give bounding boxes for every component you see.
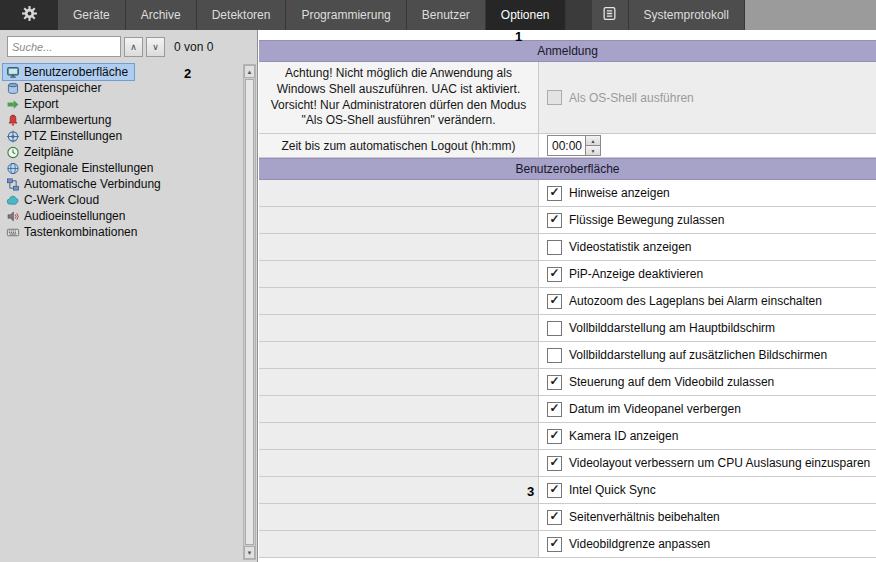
topbar-empty-area xyxy=(745,0,876,30)
options-sidebar: ∧ ∨ 0 von 0 BenutzeroberflächeDatenspeic… xyxy=(0,30,258,562)
tree-item-alarmbewertung[interactable]: Alarmbewertung xyxy=(3,112,117,128)
option-row-left-cell xyxy=(259,288,539,314)
option-row-left-cell xyxy=(259,477,539,503)
settings-gear-button[interactable] xyxy=(0,0,58,30)
tree-item-audioeinstellungen[interactable]: Audioeinstellungen xyxy=(3,208,131,224)
auto-logout-spinbox[interactable]: 00:00 ▲ ▼ xyxy=(547,135,601,156)
tree-item-datenspeicher[interactable]: Datenspeicher xyxy=(3,80,107,96)
alarm-icon xyxy=(6,114,20,127)
tree-item-automatische-verbindung[interactable]: Automatische Verbindung xyxy=(3,176,167,192)
ptz-icon xyxy=(6,130,20,143)
checkbox-kamera-id-anzeigen[interactable] xyxy=(547,429,562,444)
tree-item-ptz-einstellungen[interactable]: PTZ Einstellungen xyxy=(3,128,128,144)
option-row-left-cell xyxy=(259,342,539,368)
option-row-vollbilddarstellung-auf-zusätzlichen-bildschirmen: Vollbilddarstellung auf zusätzlichen Bil… xyxy=(259,342,876,369)
search-result-count: 0 von 0 xyxy=(174,40,213,54)
system-log-icon-button[interactable] xyxy=(592,0,629,30)
tree-item-label: Export xyxy=(24,97,59,111)
option-label: Intel Quick Sync xyxy=(569,483,656,497)
option-row-left-cell xyxy=(259,531,539,557)
auto-logout-value[interactable]: 00:00 xyxy=(548,136,585,155)
option-row-flüssige-bewegung-zulassen: Flüssige Bewegung zulassen xyxy=(259,207,876,234)
topbar: GeräteArchiveDetektorenProgrammierungBen… xyxy=(0,0,876,30)
os-shell-checkbox xyxy=(547,90,562,105)
checkbox-steuerung-auf-dem-videobild-zulassen[interactable] xyxy=(547,375,562,390)
section-header-anmeldung: Anmeldung xyxy=(259,40,876,62)
option-label: Seitenverhältnis beibehalten xyxy=(569,510,720,524)
option-row-left-cell xyxy=(259,396,539,422)
checkbox-flüssige-bewegung-zulassen[interactable] xyxy=(547,213,562,228)
tab-benutzer[interactable]: Benutzer xyxy=(407,0,486,30)
schedule-icon xyxy=(6,146,20,159)
option-row-left-cell xyxy=(259,207,539,233)
option-row-left-cell xyxy=(259,261,539,287)
tree-item-label: Benutzeroberfläche xyxy=(24,65,128,79)
option-label: Datum im Videopanel verbergen xyxy=(569,402,741,416)
tree-item-zeitpläne[interactable]: Zeitpläne xyxy=(3,144,79,160)
tree-item-benutzeroberfläche[interactable]: Benutzeroberfläche xyxy=(3,64,134,80)
option-label: Kamera ID anzeigen xyxy=(569,429,678,443)
annotation-marker-2: 2 xyxy=(184,66,191,81)
checkbox-videostatistik-anzeigen[interactable] xyxy=(547,240,562,255)
checkbox-pip-anzeige-deaktivieren[interactable] xyxy=(547,267,562,282)
settings-panel: Anmeldung Achtung! Nicht möglich die Anw… xyxy=(259,30,876,562)
spin-down-icon[interactable]: ▼ xyxy=(586,146,600,155)
checkbox-vollbilddarstellung-am-hauptbildschirm[interactable] xyxy=(547,321,562,336)
settings-tree: BenutzeroberflächeDatenspeicherExportAla… xyxy=(3,64,241,552)
option-row-videolayout-verbessern-um-cpu-auslasung-einzusparen: Videolayout verbessern um CPU Auslasung … xyxy=(259,450,876,477)
tree-item-label: Tastenkombinationen xyxy=(24,225,137,239)
option-row-steuerung-auf-dem-videobild-zulassen: Steuerung auf dem Videobild zulassen xyxy=(259,369,876,396)
tab-systemprotokoll[interactable]: Systemprotokoll xyxy=(629,0,745,30)
monitor-icon xyxy=(6,66,20,79)
checkbox-datum-im-videopanel-verbergen[interactable] xyxy=(547,402,562,417)
section-header-benutzeroberflaeche: Benutzeroberfläche xyxy=(259,158,876,180)
region-icon xyxy=(6,162,20,175)
os-shell-label: Als OS-Shell ausführen xyxy=(569,91,694,105)
option-label: Vollbilddarstellung am Hauptbildschirm xyxy=(569,321,775,335)
cloud-icon xyxy=(6,194,20,207)
option-label: Autozoom des Lageplans bei Alarm einscha… xyxy=(569,294,822,308)
tab-optionen[interactable]: Optionen xyxy=(486,0,566,30)
tab-geräte[interactable]: Geräte xyxy=(58,0,126,30)
option-row-intel-quick-sync: Intel Quick Sync xyxy=(259,477,876,504)
checkbox-videobildgrenze-anpassen[interactable] xyxy=(547,537,562,552)
search-input[interactable] xyxy=(7,36,121,57)
spin-up-icon[interactable]: ▲ xyxy=(586,136,600,146)
scrollbar-up-icon[interactable]: ▲ xyxy=(244,65,255,78)
checkbox-intel-quick-sync[interactable] xyxy=(547,483,562,498)
tree-item-label: Regionale Einstellungen xyxy=(24,161,153,175)
tree-item-export[interactable]: Export xyxy=(3,96,65,112)
tab-detektoren[interactable]: Detektoren xyxy=(197,0,287,30)
tree-item-label: PTZ Einstellungen xyxy=(24,129,122,143)
option-label: Videobildgrenze anpassen xyxy=(569,537,710,551)
scrollbar-thumb[interactable] xyxy=(245,79,254,545)
search-next-button[interactable]: ∨ xyxy=(146,37,165,57)
option-label: PiP-Anzeige deaktivieren xyxy=(569,267,703,281)
option-row-autozoom-des-lageplans-bei-alarm-einschalten: Autozoom des Lageplans bei Alarm einscha… xyxy=(259,288,876,315)
option-row-videobildgrenze-anpassen: Videobildgrenze anpassen xyxy=(259,531,876,558)
tree-item-c-werk-cloud[interactable]: C-Werk Cloud xyxy=(3,192,105,208)
sidebar-scrollbar[interactable]: ▲ ▼ xyxy=(243,64,256,560)
checkbox-videolayout-verbessern-um-cpu-auslasung-einzusparen[interactable] xyxy=(547,456,562,471)
option-row-left-cell xyxy=(259,423,539,449)
option-label: Videostatistik anzeigen xyxy=(569,240,692,254)
tree-item-regionale-einstellungen[interactable]: Regionale Einstellungen xyxy=(3,160,159,176)
option-row-left-cell xyxy=(259,450,539,476)
checkbox-seitenverhältnis-beibehalten[interactable] xyxy=(547,510,562,525)
annotation-marker-1: 1 xyxy=(515,29,522,44)
scrollbar-down-icon[interactable]: ▼ xyxy=(244,546,255,559)
option-row-left-cell xyxy=(259,504,539,530)
tab-archive[interactable]: Archive xyxy=(126,0,197,30)
tree-item-tastenkombinationen[interactable]: Tastenkombinationen xyxy=(3,224,143,240)
option-row-left-cell xyxy=(259,369,539,395)
checkbox-vollbilddarstellung-auf-zusätzlichen-bildschirmen[interactable] xyxy=(547,348,562,363)
search-prev-button[interactable]: ∧ xyxy=(124,37,143,57)
option-row-seitenverhältnis-beibehalten: Seitenverhältnis beibehalten xyxy=(259,504,876,531)
option-row-left-cell xyxy=(259,180,539,206)
checkbox-hinweise-anzeigen[interactable] xyxy=(547,186,562,201)
auto-logout-label: Zeit bis zum automatischen Logout (hh:mm… xyxy=(281,139,515,153)
audio-icon xyxy=(6,210,20,223)
checkbox-autozoom-des-lageplans-bei-alarm-einschalten[interactable] xyxy=(547,294,562,309)
tree-item-label: Datenspeicher xyxy=(24,81,101,95)
tab-programmierung[interactable]: Programmierung xyxy=(286,0,406,30)
